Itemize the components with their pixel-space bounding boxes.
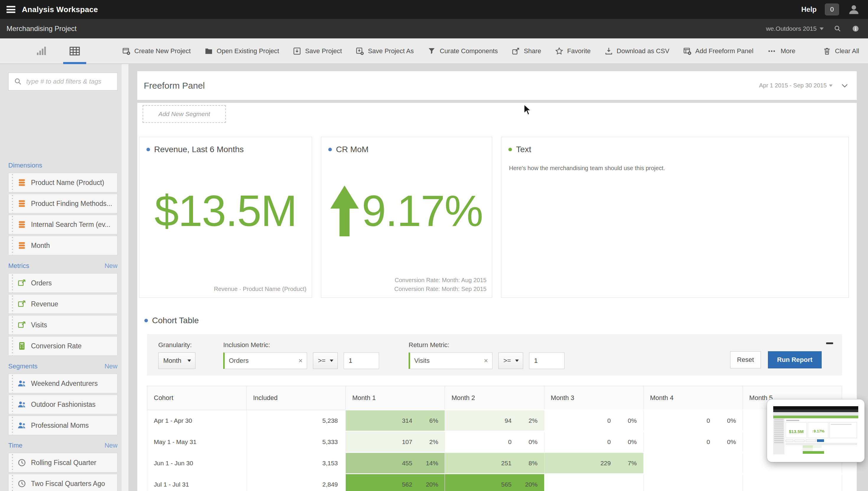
cohort-table[interactable]: CohortIncludedMonth 1Month 2Month 3Month… bbox=[147, 386, 842, 491]
save-project-as-button[interactable]: Save Project As bbox=[355, 47, 414, 56]
drag-grip[interactable] bbox=[10, 236, 15, 255]
sidebar-item-rolling-fiscal-quarter[interactable]: Rolling Fiscal Quarter bbox=[8, 453, 118, 472]
analysis-workspace-app: Analysis Workspace Help 0 Merchandising … bbox=[0, 0, 868, 491]
new-metrics-link[interactable]: New bbox=[104, 262, 118, 270]
sidebar-item-professional-moms[interactable]: Professional Moms bbox=[8, 416, 118, 435]
minimize-icon[interactable] bbox=[826, 342, 833, 344]
section-label: Dimensions bbox=[8, 162, 42, 169]
drag-grip[interactable] bbox=[10, 273, 15, 292]
text-card[interactable]: Text Here's how the merchandising team s… bbox=[501, 137, 849, 298]
user-avatar[interactable] bbox=[847, 3, 860, 16]
revenue-summary-card[interactable]: Revenue, Last 6 Months $13.5M Revenue · … bbox=[139, 137, 312, 298]
notification-count-badge[interactable]: 0 bbox=[825, 4, 839, 16]
column-header-cohort: Cohort bbox=[147, 386, 247, 410]
column-header-included: Included bbox=[247, 386, 346, 410]
drag-grip[interactable] bbox=[10, 395, 15, 414]
add-new-segment-dropzone[interactable]: Add New Segment bbox=[143, 105, 226, 123]
section-label: Metrics bbox=[8, 262, 29, 270]
inclusion-operator-select[interactable]: >= bbox=[313, 352, 338, 369]
sidebar-item-label: Professional Moms bbox=[31, 422, 89, 430]
month-cell: 3146% bbox=[346, 410, 445, 431]
freeform-panel-body: Add New Segment Revenue, Last 6 Months $… bbox=[137, 103, 857, 491]
star-icon bbox=[555, 47, 564, 56]
drag-grip[interactable] bbox=[10, 453, 15, 472]
create-new-project-button[interactable]: Create New Project bbox=[122, 47, 191, 56]
granularity-select[interactable]: Month bbox=[158, 352, 195, 369]
sidebar-section-segments: SegmentsNewWeekend AdventurersOutdoor Fa… bbox=[8, 363, 118, 437]
new-time-link[interactable]: New bbox=[104, 442, 118, 449]
inclusion-value-input[interactable] bbox=[344, 352, 379, 369]
drag-grip[interactable] bbox=[10, 215, 15, 234]
table-row: Jun 1 - Jun 303,15345514%2518%2297% bbox=[147, 453, 842, 474]
drag-grip[interactable] bbox=[10, 374, 15, 393]
segment-icon bbox=[18, 421, 26, 430]
sidebar-item-outdoor-fashionistas[interactable]: Outdoor Fashionistas bbox=[8, 395, 118, 414]
run-report-button[interactable]: Run Report bbox=[768, 351, 822, 368]
remove-chip-icon[interactable]: × bbox=[484, 356, 488, 365]
help-link[interactable]: Help bbox=[801, 5, 817, 13]
funnel-icon bbox=[427, 47, 436, 56]
hamburger-menu-icon[interactable] bbox=[6, 6, 16, 13]
download-csv-button[interactable]: Download as CSV bbox=[604, 47, 670, 56]
section-label: Segments bbox=[8, 363, 37, 370]
search-icon[interactable] bbox=[834, 25, 841, 32]
drag-grip[interactable] bbox=[10, 194, 15, 213]
card-title: Text bbox=[516, 145, 531, 154]
video-pip-thumbnail[interactable]: $13.5M ↑9.17% bbox=[767, 399, 864, 462]
more-button[interactable]: More bbox=[767, 47, 795, 56]
sidebar-item-month[interactable]: Month bbox=[8, 236, 118, 255]
add-freeform-panel-button[interactable]: Add Freeform Panel bbox=[683, 47, 753, 56]
remove-chip-icon[interactable]: × bbox=[299, 356, 303, 365]
drag-grip[interactable] bbox=[10, 337, 15, 355]
sidebar-item-conversion-rate[interactable]: Conversion Rate bbox=[8, 336, 118, 356]
favorite-button[interactable]: Favorite bbox=[555, 47, 590, 56]
cohort-cell: Apr 1 - Apr 30 bbox=[147, 410, 247, 431]
sidebar-item-label: Visits bbox=[31, 321, 47, 329]
month-cell: 00% bbox=[544, 410, 643, 431]
new-segments-link[interactable]: New bbox=[104, 363, 118, 370]
sidebar-item-visits[interactable]: Visits bbox=[8, 315, 118, 335]
sidebar-item-revenue[interactable]: Revenue bbox=[8, 294, 118, 314]
curate-components-button[interactable]: Curate Components bbox=[427, 47, 498, 56]
sidebar-item-product-name-product[interactable]: Product Name (Product) bbox=[8, 173, 118, 192]
collapse-panel-chevron-icon[interactable] bbox=[840, 81, 849, 90]
save-project-button[interactable]: Save Project bbox=[292, 47, 342, 56]
drag-grip[interactable] bbox=[10, 316, 15, 335]
clear-all-button[interactable]: Clear All bbox=[823, 47, 859, 56]
tab-visualizations[interactable] bbox=[32, 44, 50, 59]
inclusion-metric-chip[interactable]: Orders× bbox=[223, 352, 307, 369]
drag-grip[interactable] bbox=[10, 294, 15, 313]
date-range-picker[interactable]: Apr 1 2015 - Sep 30 2015 bbox=[759, 82, 833, 89]
sidebar-item-two-fiscal-quarters-ago[interactable]: Two Fiscal Quarters Ago bbox=[8, 474, 118, 491]
info-icon[interactable] bbox=[851, 25, 860, 33]
left-rail-tabs bbox=[0, 38, 116, 63]
sidebar-item-weekend-adventurers[interactable]: Weekend Adventurers bbox=[8, 374, 118, 393]
component-search-box[interactable] bbox=[8, 73, 118, 90]
return-operator-select[interactable]: >= bbox=[498, 352, 523, 369]
report-suite-name: we.Outdoors 2015 bbox=[766, 25, 817, 32]
cr-mom-summary-card[interactable]: CR MoM 9.17% Conversion Rate: Month: Aug… bbox=[321, 137, 492, 298]
month-cell: 2518% bbox=[445, 453, 544, 474]
sidebar-item-product-finding-methods[interactable]: Product Finding Methods... bbox=[8, 194, 118, 213]
reset-button[interactable]: Reset bbox=[730, 351, 761, 368]
column-header-month-2: Month 2 bbox=[445, 386, 544, 410]
drag-grip[interactable] bbox=[10, 416, 15, 435]
month-cell: 00% bbox=[544, 431, 643, 453]
drag-grip[interactable] bbox=[10, 173, 15, 192]
tab-components[interactable] bbox=[66, 43, 84, 59]
search-input[interactable] bbox=[26, 78, 117, 85]
return-value-input[interactable] bbox=[529, 352, 564, 369]
open-existing-project-button[interactable]: Open Existing Project bbox=[204, 47, 279, 56]
table-row: Apr 1 - Apr 305,2383146%942%00%00% bbox=[147, 410, 842, 431]
component-sidebar: DimensionsProduct Name (Product)Product … bbox=[0, 64, 122, 491]
return-metric-chip[interactable]: Visits× bbox=[409, 352, 492, 369]
report-suite-picker[interactable]: we.Outdoors 2015 bbox=[766, 25, 824, 32]
sidebar-item-internal-search-term-ev[interactable]: Internal Search Term (ev... bbox=[8, 215, 118, 234]
panel-title: Freeform Panel bbox=[144, 81, 205, 91]
sidebar-item-orders[interactable]: Orders bbox=[8, 273, 118, 293]
time-icon bbox=[18, 458, 26, 467]
share-button[interactable]: Share bbox=[512, 47, 541, 56]
project-title: Merchandising Project bbox=[6, 25, 76, 33]
drag-grip[interactable] bbox=[10, 474, 15, 491]
calc-icon bbox=[18, 342, 26, 350]
